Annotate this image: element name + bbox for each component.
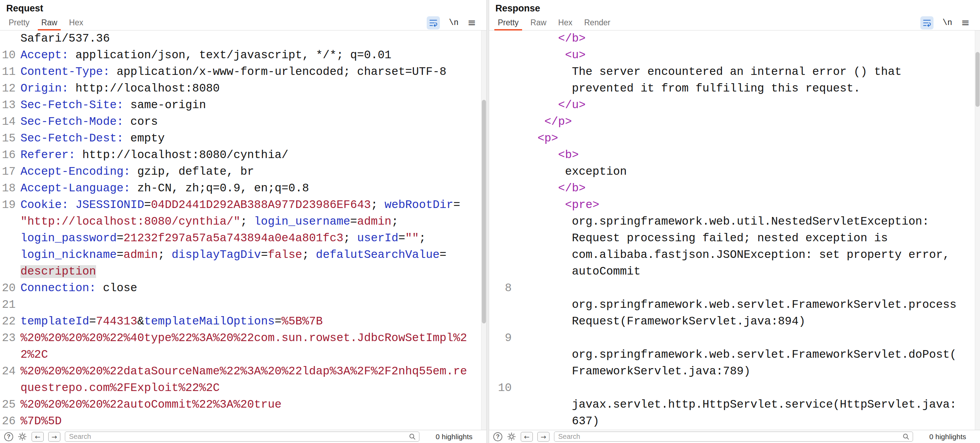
code-row: 17Accept-Encoding: gzip, deflate, br [0,164,486,180]
code-line: Request(FrameworkServlet.java:894) [512,313,805,330]
code-line: 637) [512,413,600,430]
response-code: </b> <u> The server encountered an inter… [489,30,980,430]
settings-gear-icon[interactable] [507,432,516,441]
line-number [489,313,512,330]
code-row: 13Sec-Fetch-Site: same-origin [0,97,486,114]
line-number: 19 [0,197,16,214]
code-segment: same-origin [124,99,206,112]
line-number [489,363,512,380]
message-editor-split-view: Request PrettyRawHex \n ≡ Safari/537.361… [0,0,980,443]
hamburger-menu-icon[interactable]: ≡ [961,17,970,28]
code-line: </b> [512,30,585,47]
code-segment: </p> [544,116,572,128]
code-row: org.springframework.web.servlet.Framewor… [489,347,980,363]
code-segment: http://localhost:8080/cynthia/ [75,149,288,162]
request-panel-title: Request [0,0,486,15]
code-segment: org.springframework.web.servlet.Framewor… [572,348,956,361]
tab-hex[interactable]: Hex [63,15,89,30]
code-line: login_nickname=admin; displayTagDiv=fals… [16,247,447,264]
request-editor-icons: \n ≡ [427,15,486,30]
code-segment: 2%2C [21,348,48,361]
code-line [512,330,517,347]
code-row: description [0,264,486,280]
code-line: "http://localhost:8080/cynthia/"; login_… [16,214,398,230]
line-number [489,97,512,114]
response-editor[interactable]: </b> <u> The server encountered an inter… [489,30,980,430]
code-row: 14Sec-Fetch-Mode: cors [0,114,486,130]
soft-wrap-icon[interactable] [427,16,440,29]
line-number [0,230,16,247]
line-number: 25 [0,397,16,413]
code-segment: admin [357,215,391,228]
line-number [489,114,512,130]
line-number: 9 [489,330,512,347]
line-number: 16 [0,147,16,164]
code-segment: ; [302,249,316,261]
tab-pretty[interactable]: Pretty [492,15,525,30]
prev-match-button[interactable]: ← [521,432,533,441]
code-segment: = [275,315,282,328]
line-number [489,130,512,147]
soft-wrap-icon[interactable] [920,16,934,29]
line-number: 12 [0,80,16,97]
tab-render[interactable]: Render [578,15,616,30]
code-row: 22templateId=744313&templateMailOptions=… [0,313,486,330]
code-segment: Referer: [21,149,75,162]
tab-raw[interactable]: Raw [525,15,552,30]
line-number: 26 [0,413,16,430]
code-segment: JSESSIONID [75,198,144,211]
code-segment: exception [565,165,627,178]
code-row: 10 [489,380,980,397]
next-match-button[interactable]: → [537,432,549,441]
tab-raw[interactable]: Raw [35,15,63,30]
code-row: 637) [489,413,980,430]
code-segment: displayTagDiv [172,249,261,261]
code-segment: Accept-Encoding: [21,165,130,178]
request-scrollbar[interactable] [481,30,486,430]
code-segment: webRootDir [385,198,453,211]
request-scrollbar-thumb[interactable] [482,100,486,324]
tab-hex[interactable]: Hex [552,15,578,30]
line-number [489,247,512,264]
show-newlines-toggle-icon[interactable]: \n [449,18,458,27]
next-match-button[interactable]: → [48,432,60,441]
code-row: The server encountered an internal error… [489,64,980,80]
code-segment: </b> [558,182,585,195]
code-segment [69,198,76,211]
code-row: 21 [0,297,486,313]
code-segment: org.springframework.web.servlet.Framewor… [572,299,956,311]
code-line: <b> [512,147,579,164]
line-number [489,297,512,313]
response-scrollbar-thumb[interactable] [975,52,980,107]
code-segment: login_username [254,215,350,228]
help-icon[interactable]: ? [4,432,13,441]
settings-gear-icon[interactable] [18,432,27,441]
code-row: 24%20%20%20%20%22dataSourceName%22%3A%20… [0,363,486,380]
code-row: login_nickname=admin; displayTagDiv=fals… [0,247,486,264]
show-newlines-toggle-icon[interactable]: \n [943,18,952,27]
response-scrollbar[interactable] [975,30,980,430]
line-number [489,30,512,47]
search-input[interactable] [65,432,419,441]
request-editor[interactable]: Safari/537.3610Accept: application/json,… [0,30,486,430]
response-editor-icons: \n ≡ [920,15,980,30]
code-segment: Origin: [21,82,69,95]
hamburger-menu-icon[interactable]: ≡ [468,17,476,28]
code-segment: cors [124,116,158,128]
help-icon[interactable]: ? [493,432,502,441]
search-input[interactable] [554,432,913,441]
selected-text: description [21,265,96,278]
code-segment: empty [124,132,165,145]
code-row: Request(FrameworkServlet.java:894) [489,313,980,330]
code-segment: login_password [21,232,116,245]
code-segment: prevented it from fulfilling this reques… [572,82,860,95]
tab-pretty[interactable]: Pretty [3,15,35,30]
panel-splitter[interactable] [486,0,489,443]
prev-match-button[interactable]: ← [32,432,44,441]
code-line: %20%20%20%20%22%40type%22%3A%20%22com.su… [16,330,467,347]
code-row: 25%20%20%20%20%22autoCommit%22%3A%20true [0,397,486,413]
code-line: javax.servlet.http.HttpServlet.service(H… [512,397,956,413]
code-row: org.springframework.web.util.NestedServl… [489,214,980,230]
line-number [489,214,512,230]
response-tabbar: PrettyRawHexRender \n ≡ [489,15,980,30]
